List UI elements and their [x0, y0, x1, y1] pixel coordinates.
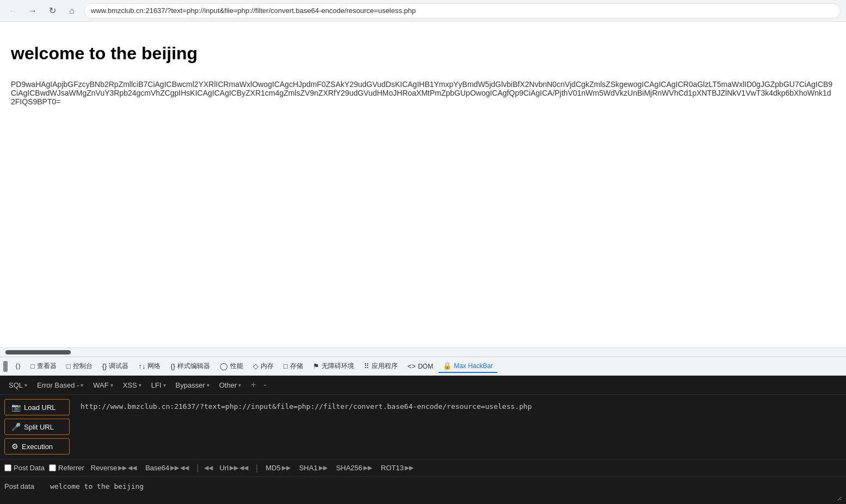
tab-accessibility[interactable]: ⚑ 无障碍环境	[308, 359, 359, 373]
encoded-content: PD9waHAgIApjbGFzcyBNb2RpZmllciB7CiAgICBw…	[11, 80, 835, 106]
post-data-label: Post data	[4, 480, 42, 490]
menu-sql-label: SQL	[9, 381, 23, 389]
md5-label: MD5	[265, 464, 280, 472]
base64-button[interactable]: Base64 ▶▶ ◀◀	[143, 463, 191, 473]
url-back-icon: ◀◀	[204, 464, 213, 471]
tab-console[interactable]: □ 控制台	[62, 359, 97, 373]
rot13-button[interactable]: ROT13 ▶▶	[379, 463, 416, 473]
menu-other[interactable]: Other ▾	[215, 379, 246, 391]
menu-other-label: Other	[219, 381, 237, 389]
sha1-forward-icon: ▶▶	[319, 464, 328, 471]
sep2: |	[255, 463, 259, 473]
base64-label: Base64	[145, 464, 169, 472]
referrer-check[interactable]	[49, 464, 56, 471]
sha256-forward-icon: ▶▶	[363, 464, 372, 471]
reverse-forward-icon: ▶▶	[118, 464, 127, 471]
tab-memory-label: 内存	[261, 362, 274, 371]
url-forward-icon: ▶▶	[230, 464, 238, 471]
tab-application[interactable]: ⠿ 应用程序	[360, 359, 402, 373]
post-data-checkbox[interactable]: Post Data	[4, 464, 45, 472]
accessibility-icon: ⚑	[313, 362, 319, 370]
menu-bypasser[interactable]: Bypasser ▾	[171, 379, 214, 391]
hackbar-encode-row: Post Data Referrer Reverse ▶▶ ◀◀ Base64 …	[0, 459, 846, 476]
execution-button[interactable]: ⚙ Execution	[4, 438, 70, 455]
console-icon: □	[66, 362, 71, 370]
hackbar-menu: SQL ▾ Error Based - ▾ WAF ▾ XSS ▾ LFI ▾ …	[0, 376, 846, 395]
application-icon: ⠿	[364, 362, 369, 370]
split-url-button[interactable]: 🎤 Split URL	[4, 419, 70, 435]
element-picker-icon: ⟨⟩	[15, 362, 21, 370]
debugger-icon: {}	[102, 362, 107, 370]
tab-hackbar-label: Max HackBar	[454, 362, 493, 370]
url-button[interactable]: Url ▶▶ ◀◀	[217, 463, 250, 473]
tab-storage-label: 存储	[290, 362, 303, 371]
memory-icon: ◇	[253, 362, 258, 370]
forward-button[interactable]: →	[25, 3, 40, 18]
devtools-tabs: ⟨⟩ □ 查看器 □ 控制台 {} 调试器 ↑↓ 网络 {} 样式编辑器 ◯ 性…	[0, 357, 846, 376]
tab-memory[interactable]: ◇ 内存	[249, 359, 278, 373]
md5-button[interactable]: MD5 ▶▶	[263, 463, 292, 473]
menu-xss-label: XSS	[123, 381, 137, 389]
tab-dom-label: DOM	[418, 363, 433, 370]
hackbar-icon: 🔒	[443, 362, 452, 370]
sha256-button[interactable]: SHA256 ▶▶	[334, 463, 374, 473]
referrer-checkbox[interactable]: Referrer	[49, 464, 84, 472]
sha1-button[interactable]: SHA1 ▶▶	[297, 463, 330, 473]
hackbar-url-area: 📷 Load URL 🎤 Split URL ⚙ Execution http:…	[0, 395, 846, 459]
tab-debugger[interactable]: {} 调试器	[98, 359, 133, 373]
menu-xss[interactable]: XSS ▾	[119, 379, 146, 391]
hackbar-post-row: Post data welcome to the beijing	[0, 476, 846, 504]
url-input[interactable]: http://www.bmzclub.cn:21637/?text=php://…	[75, 399, 842, 455]
dom-icon: <>	[407, 362, 416, 370]
reverse-button[interactable]: Reverse ▶▶ ◀◀	[89, 463, 139, 473]
tab-hackbar[interactable]: 🔒 Max HackBar	[439, 359, 497, 373]
network-icon: ↑↓	[138, 362, 145, 370]
rot13-forward-icon: ▶▶	[405, 464, 413, 471]
menu-lfi-label: LFI	[151, 381, 162, 389]
tab-debugger-label: 调试器	[109, 362, 128, 371]
menu-error-based[interactable]: Error Based - ▾	[33, 379, 88, 391]
waf-arrow-icon: ▾	[110, 382, 113, 388]
menu-waf[interactable]: WAF ▾	[89, 379, 117, 391]
split-url-icon: 🎤	[11, 422, 21, 431]
tab-dom[interactable]: <> DOM	[403, 360, 437, 372]
style-icon: {}	[170, 362, 175, 370]
tab-network-label: 网络	[147, 362, 160, 371]
sql-arrow-icon: ▾	[24, 382, 27, 388]
address-bar[interactable]: www.bmzclub.cn:21637/?text=php://input&f…	[84, 3, 841, 18]
tab-style-editor[interactable]: {} 样式编辑器	[166, 359, 214, 373]
post-data-input[interactable]: welcome to the beijing	[48, 480, 842, 501]
split-url-label: Split URL	[24, 423, 54, 431]
home-button[interactable]: ⌂	[64, 3, 79, 18]
tab-inspector-label: 查看器	[37, 362, 57, 371]
url-label: Url	[219, 464, 229, 472]
post-data-check[interactable]	[4, 464, 11, 471]
load-url-icon: 📷	[11, 403, 21, 412]
tab-application-label: 应用程序	[372, 362, 398, 371]
scroll-handle[interactable]	[5, 350, 71, 354]
menu-lfi[interactable]: LFI ▾	[147, 379, 170, 391]
load-url-button[interactable]: 📷 Load URL	[4, 399, 70, 415]
menu-error-based-label: Error Based -	[37, 381, 79, 389]
inspector-icon: □	[30, 362, 35, 370]
page-title: welcome to the beijing	[11, 43, 835, 64]
drag-handle[interactable]	[3, 361, 8, 372]
menu-plus[interactable]: +	[246, 378, 260, 392]
tab-element-picker[interactable]: ⟨⟩	[11, 360, 25, 372]
tab-console-label: 控制台	[73, 362, 92, 371]
tab-performance[interactable]: ◯ 性能	[215, 359, 248, 373]
reverse-back-icon: ◀◀	[128, 464, 137, 471]
sha1-label: SHA1	[299, 464, 318, 472]
reload-button[interactable]: ↻	[45, 3, 60, 18]
tab-inspector[interactable]: □ 查看器	[26, 359, 61, 373]
tab-storage[interactable]: □ 存储	[279, 359, 307, 373]
menu-sql[interactable]: SQL ▾	[4, 379, 32, 391]
menu-dash[interactable]: -	[262, 380, 269, 390]
rot13-label: ROT13	[381, 464, 404, 472]
tab-style-editor-label: 样式编辑器	[177, 362, 210, 371]
hackbar-action-buttons: 📷 Load URL 🎤 Split URL ⚙ Execution	[4, 399, 70, 455]
menu-bypasser-label: Bypasser	[176, 381, 205, 389]
storage-icon: □	[283, 362, 288, 370]
back-button[interactable]: ←	[5, 3, 21, 18]
tab-network[interactable]: ↑↓ 网络	[134, 359, 165, 373]
